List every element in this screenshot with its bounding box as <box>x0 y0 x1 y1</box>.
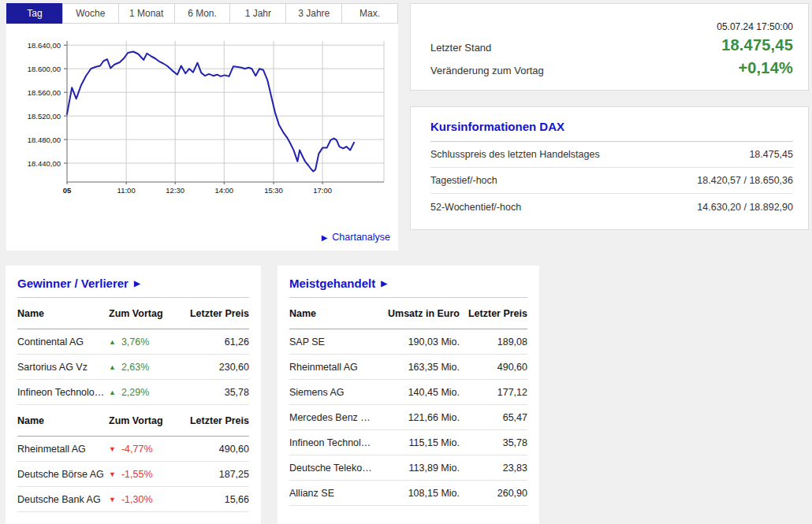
gainers-losers-title[interactable]: Gewinner / Verlierer ▶ <box>17 277 249 298</box>
table-row: Mercedes Benz Group …121,66 Mio.65,47 <box>289 405 527 430</box>
kursinfo-title-label: Kursinformationen DAX <box>430 120 564 133</box>
svg-text:12:30: 12:30 <box>166 186 184 195</box>
range-tab-1-jahr[interactable]: 1 Jahr <box>229 3 286 24</box>
table-row: Sartorius AG Vz▲2,63%230,60 <box>17 355 249 380</box>
gv-table: NameZum VortagLetzter PreisContinental A… <box>17 298 249 512</box>
range-tab-1-monat[interactable]: 1 Monat <box>118 3 175 24</box>
most-traded-title[interactable]: Meistgehandelt ▶ <box>289 277 527 298</box>
play-icon: ▶ <box>134 279 140 288</box>
chartanalyse-link[interactable]: ▶ Chartanalyse <box>322 232 390 243</box>
stock-name: Deutsche Börse AG <box>17 469 109 480</box>
svg-text:18.480,00: 18.480,00 <box>28 136 61 144</box>
range-tab-6-mon[interactable]: 6 Mon. <box>174 3 231 24</box>
last-price: 490,60 <box>181 444 249 455</box>
chart-panel: 18.640,0018.600,0018.560,0018.520,0018.4… <box>6 24 398 251</box>
kursinfo-row-label: Tagestief/-hoch <box>430 175 497 186</box>
range-tab-max[interactable]: Max. <box>341 3 398 24</box>
range-tab-3-jahre[interactable]: 3 Jahre <box>285 3 342 24</box>
change-cell: ▲2,63% <box>109 362 181 373</box>
kursinfo-row-label: Schlusspreis des letzten Handelstages <box>430 149 600 160</box>
play-icon: ▶ <box>381 279 387 288</box>
table-row: Deutsche Börse AG▼-1,55%187,25 <box>17 462 249 487</box>
last-price-label: Letzter Stand <box>430 42 491 54</box>
range-tab-woche[interactable]: Woche <box>62 3 119 24</box>
gv-col-change: Zum Vortag <box>109 308 181 319</box>
kursinfo-row-value: 14.630,20 / 18.892,90 <box>697 202 793 213</box>
stock-name: Mercedes Benz Group … <box>289 412 374 423</box>
svg-text:18.440,00: 18.440,00 <box>28 159 61 168</box>
last-price: 260,90 <box>460 488 527 499</box>
change-value: -1,55% <box>121 469 153 480</box>
volume-value: 115,15 Mio. <box>374 437 460 448</box>
last-price-value: 18.475,45 <box>721 36 793 54</box>
table-row: Deutsche Telekom AG113,89 Mio.23,83 <box>289 455 527 481</box>
svg-text:17:00: 17:00 <box>313 186 332 195</box>
last-price: 189,08 <box>460 336 527 347</box>
gv-col-name: Name <box>17 308 109 319</box>
down-arrow-icon: ▼ <box>109 445 116 453</box>
down-arrow-icon: ▼ <box>109 496 116 504</box>
mg-col-volume: Umsatz in Euro <box>374 308 460 319</box>
kursinfo-row: 52-Wochentief/-hoch14.630,20 / 18.892,90 <box>430 194 793 220</box>
svg-text:11:00: 11:00 <box>117 186 136 195</box>
gv-header-row: NameZum VortagLetzter Preis <box>17 298 249 329</box>
svg-text:14:00: 14:00 <box>214 186 233 195</box>
stock-name: SAP SE <box>289 336 374 347</box>
table-row: Rheinmetall AG▼-4,77%490,60 <box>17 437 249 462</box>
svg-text:18.520,00: 18.520,00 <box>28 112 61 121</box>
table-row: Siemens AG140,45 Mio.177,12 <box>289 380 527 405</box>
svg-text:18.560,00: 18.560,00 <box>28 88 61 97</box>
last-price: 65,47 <box>460 412 527 423</box>
volume-value: 163,35 Mio. <box>374 362 460 373</box>
stock-name: Allianz SE <box>289 488 374 499</box>
last-price: 177,12 <box>460 387 527 398</box>
gainers-losers-title-label: Gewinner / Verlierer <box>17 277 129 290</box>
stock-name: Deutsche Bank AG <box>17 494 109 505</box>
stock-name: Continental AG <box>17 336 109 347</box>
up-arrow-icon: ▲ <box>109 388 116 396</box>
gv-col-name: Name <box>17 415 109 426</box>
range-tab-bar: TagWoche1 Monat6 Mon.1 Jahr3 JahreMax. <box>6 3 398 24</box>
range-tab-tag[interactable]: Tag <box>6 3 63 24</box>
svg-text:05: 05 <box>63 186 72 195</box>
table-row: Infineon Technologies …115,15 Mio.35,78 <box>289 430 527 455</box>
kursinfo-row-value: 18.475,45 <box>749 149 793 160</box>
dax-intraday-chart: 18.640,0018.600,0018.560,0018.520,0018.4… <box>6 24 398 251</box>
table-row: Infineon Technologies AG▲2,29%35,78 <box>17 380 249 405</box>
most-traded-panel: Meistgehandelt ▶ NameUmsatz in EuroLetzt… <box>277 266 539 524</box>
gv-header-row: NameZum VortagLetzter Preis <box>17 405 249 437</box>
change-cell: ▼-4,77% <box>109 444 181 455</box>
stock-name: Siemens AG <box>289 387 374 398</box>
table-row: Rheinmetall AG163,35 Mio.490,60 <box>289 355 527 380</box>
chartanalyse-link-label: Chartanalyse <box>332 232 390 243</box>
gainers-losers-panel: Gewinner / Verlierer ▶ NameZum VortagLet… <box>6 266 261 524</box>
change-cell: ▼-1,55% <box>109 469 181 480</box>
down-arrow-icon: ▼ <box>109 470 116 478</box>
svg-text:18.600,00: 18.600,00 <box>28 65 61 73</box>
table-row: SAP SE190,03 Mio.189,08 <box>289 329 527 355</box>
change-value: -4,77% <box>121 444 153 455</box>
change-value: 3,76% <box>121 336 149 347</box>
volume-value: 121,66 Mio. <box>374 412 460 423</box>
kursinfo-title: Kursinformationen DAX <box>430 120 793 142</box>
kursinfo-row: Tagestief/-hoch18.420,57 / 18.650,36 <box>430 168 793 194</box>
last-price: 35,78 <box>181 387 249 398</box>
last-price: 23,83 <box>460 463 527 474</box>
gv-col-change: Zum Vortag <box>109 415 181 426</box>
stock-name: Rheinmetall AG <box>17 444 109 455</box>
quote-panel: 05.07.24 17:50:00 Letzter Stand 18.475,4… <box>410 3 809 91</box>
kursinfo-row-label: 52-Wochentief/-hoch <box>430 202 521 213</box>
last-price: 490,60 <box>460 362 527 373</box>
kursinfo-row: Schlusspreis des letzten Handelstages18.… <box>430 142 793 168</box>
volume-value: 108,15 Mio. <box>374 488 460 499</box>
last-price: 61,26 <box>181 336 249 347</box>
volume-value: 113,89 Mio. <box>374 463 460 474</box>
svg-text:18.640,00: 18.640,00 <box>28 41 61 50</box>
change-value: +0,14% <box>738 59 793 77</box>
table-row: Allianz SE108,15 Mio.260,90 <box>289 481 527 506</box>
change-cell: ▲3,76% <box>109 336 181 347</box>
stock-name: Sartorius AG Vz <box>17 362 109 373</box>
svg-text:15:30: 15:30 <box>264 186 283 195</box>
table-row: Deutsche Bank AG▼-1,30%15,66 <box>17 487 249 512</box>
volume-value: 190,03 Mio. <box>374 336 460 347</box>
